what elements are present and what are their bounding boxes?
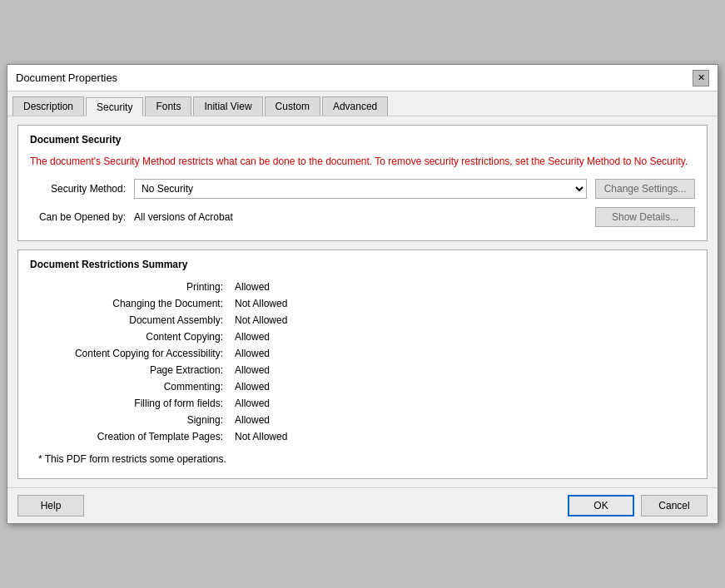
table-row: Creation of Template Pages:Not Allowed [30,428,695,445]
restrictions-title: Document Restrictions Summary [30,259,695,270]
change-settings-button[interactable]: Change Settings... [595,179,695,199]
restrictions-table: Printing:AllowedChanging the Document:No… [30,279,695,445]
restriction-label: Document Assembly: [30,312,230,329]
restriction-label: Changing the Document: [30,295,230,312]
can-be-opened-left: Can be Opened by: All versions of Acroba… [30,211,233,223]
restriction-label: Content Copying: [30,329,230,345]
tab-initial-view[interactable]: Initial View [193,96,262,116]
tab-custom[interactable]: Custom [265,96,320,116]
restriction-value: Not Allowed [230,312,695,329]
table-row: Commenting:Allowed [30,378,695,395]
table-row: Content Copying for Accessibility:Allowe… [30,345,695,362]
help-button[interactable]: Help [17,495,84,516]
tabs-bar: Description Security Fonts Initial View … [7,91,718,116]
restriction-label: Commenting: [30,378,230,395]
restriction-label: Content Copying for Accessibility: [30,345,230,362]
restriction-label: Filling of form fields: [30,395,230,412]
cancel-button[interactable]: Cancel [641,495,708,516]
table-row: Signing:Allowed [30,412,695,428]
restrictions-section: Document Restrictions Summary Printing:A… [17,250,708,479]
security-info-content: The document's Security Method restricts… [30,156,688,167]
restriction-value: Allowed [230,279,695,295]
ok-button[interactable]: OK [568,495,634,516]
tab-security[interactable]: Security [86,97,143,116]
security-info-text: The document's Security Method restricts… [30,154,695,169]
restriction-value: Allowed [230,378,695,395]
dialog-title: Document Properties [16,72,117,84]
table-row: Document Assembly:Not Allowed [30,312,695,329]
tab-fonts[interactable]: Fonts [145,96,191,116]
table-row: Filling of form fields:Allowed [30,395,695,412]
table-row: Printing:Allowed [30,279,695,295]
restriction-value: Not Allowed [230,295,695,312]
tab-description[interactable]: Description [12,96,84,116]
restrictions-footnote: * This PDF form restricts some operation… [30,453,695,465]
dialog-body: Document Security The document's Securit… [7,116,718,487]
show-details-button[interactable]: Show Details... [595,207,695,227]
table-row: Content Copying:Allowed [30,329,695,345]
security-method-label: Security Method: [30,183,126,195]
title-bar: Document Properties ✕ [7,65,718,91]
restriction-label: Page Extraction: [30,362,230,378]
security-method-select-wrapper[interactable]: No Security [134,179,587,199]
restriction-value: Allowed [230,345,695,362]
tab-advanced[interactable]: Advanced [322,96,388,116]
close-button[interactable]: ✕ [693,70,709,86]
restriction-label: Printing: [30,279,230,295]
restriction-label: Signing: [30,412,230,428]
document-security-title: Document Security [30,134,695,146]
dialog-footer: Help OK Cancel [7,487,718,523]
can-be-opened-value: All versions of Acrobat [134,211,233,223]
can-be-opened-row: Can be Opened by: All versions of Acroba… [30,207,695,227]
can-be-opened-label: Can be Opened by: [30,211,126,223]
security-method-field-wrap: No Security Change Settings... [134,179,695,199]
document-security-section: Document Security The document's Securit… [17,125,708,241]
security-method-row: Security Method: No Security Change Sett… [30,179,695,199]
restriction-value: Allowed [230,412,695,428]
security-method-select[interactable]: No Security [134,179,587,199]
dialog-document-properties: Document Properties ✕ Description Securi… [7,64,718,524]
restriction-value: Allowed [230,395,695,412]
restriction-value: Allowed [230,329,695,345]
restriction-value: Not Allowed [230,428,695,445]
restriction-value: Allowed [230,362,695,378]
restriction-label: Creation of Template Pages: [30,428,230,445]
table-row: Page Extraction:Allowed [30,362,695,378]
table-row: Changing the Document:Not Allowed [30,295,695,312]
footer-right: OK Cancel [568,495,708,516]
